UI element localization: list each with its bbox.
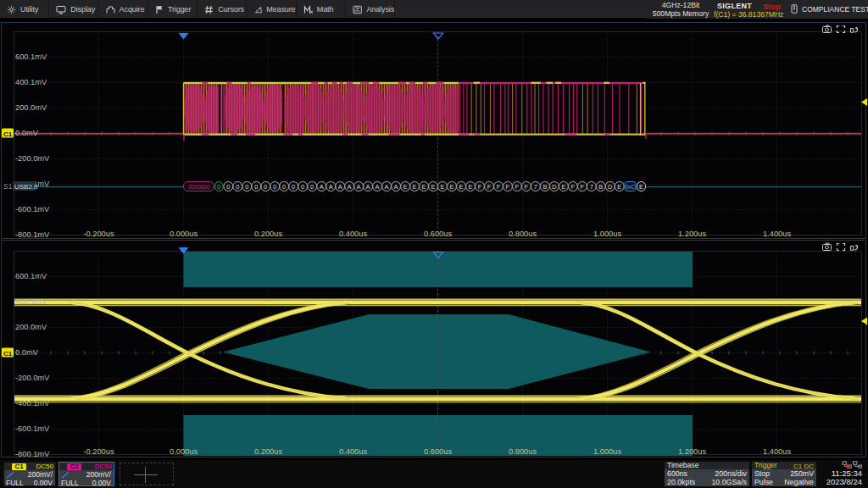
svg-text:0: 0 <box>264 183 267 191</box>
svg-text:0: 0 <box>301 183 304 191</box>
svg-text:S1: S1 <box>3 182 13 191</box>
svg-text:0: 0 <box>226 183 230 191</box>
svg-text:-200.0mV: -200.0mV <box>15 374 50 382</box>
svg-text:F: F <box>525 183 529 191</box>
svg-text:0.200us: 0.200us <box>254 230 282 238</box>
svg-text:A: A <box>394 183 398 191</box>
svg-text:F: F <box>571 183 576 191</box>
svg-text:F: F <box>581 183 585 191</box>
svg-text:0: 0 <box>254 183 258 191</box>
svg-text:C1: C1 <box>3 130 13 138</box>
svg-text:E: E <box>413 183 417 191</box>
svg-text:0.600us: 0.600us <box>424 230 452 238</box>
svg-text:1.000us: 1.000us <box>593 447 621 456</box>
svg-text:1.400us: 1.400us <box>763 230 791 238</box>
svg-text:0.600us: 0.600us <box>424 447 452 456</box>
svg-text:A: A <box>320 183 324 191</box>
svg-text:0.0mV: 0.0mV <box>15 129 39 137</box>
svg-text:0: 0 <box>292 183 295 191</box>
svg-text:400.1mV: 400.1mV <box>15 297 47 306</box>
svg-text:-0.200us: -0.200us <box>83 447 114 456</box>
svg-text:-800.1mV: -800.1mV <box>15 450 50 458</box>
svg-text:0.800us: 0.800us <box>509 230 537 238</box>
svg-text:A: A <box>329 183 333 191</box>
svg-text:-600.1mV: -600.1mV <box>15 424 50 433</box>
svg-text:1.400us: 1.400us <box>763 447 791 456</box>
svg-text:0000000: 0000000 <box>188 183 209 191</box>
svg-text:-0.200us: -0.200us <box>83 230 114 238</box>
svg-text:0: 0 <box>310 183 314 191</box>
svg-text:B: B <box>542 183 547 191</box>
svg-text:E: E <box>617 183 621 191</box>
svg-text:0.200us: 0.200us <box>254 447 282 456</box>
svg-text:0xC: 0xC <box>626 184 636 190</box>
svg-text:F: F <box>515 183 520 191</box>
svg-text:0: 0 <box>282 183 286 191</box>
svg-text:A: A <box>348 183 352 191</box>
svg-text:A: A <box>385 183 389 191</box>
svg-text:USB2.0: USB2.0 <box>14 183 38 191</box>
svg-text:E: E <box>468 183 472 191</box>
svg-text:0.400us: 0.400us <box>339 447 367 456</box>
svg-text:1.200us: 1.200us <box>678 447 706 456</box>
svg-text:200.0mV: 200.0mV <box>15 323 47 331</box>
svg-text:0: 0 <box>245 183 248 191</box>
svg-text:7: 7 <box>534 183 537 191</box>
svg-text:F: F <box>497 183 501 191</box>
svg-text:-800.1mV: -800.1mV <box>15 230 50 239</box>
svg-text:-600.1mV: -600.1mV <box>15 205 50 214</box>
svg-text:600.1mV: 600.1mV <box>15 53 47 61</box>
svg-text:7: 7 <box>590 183 593 191</box>
svg-text:E: E <box>639 183 643 191</box>
svg-text:0.800us: 0.800us <box>509 447 537 456</box>
svg-text:A: A <box>366 183 370 191</box>
svg-text:0: 0 <box>273 183 276 191</box>
svg-text:0: 0 <box>217 183 220 191</box>
svg-text:1.000us: 1.000us <box>593 230 621 238</box>
svg-text:E: E <box>440 183 444 191</box>
svg-text:600.1mV: 600.1mV <box>15 272 47 280</box>
svg-text:A: A <box>376 183 380 191</box>
svg-text:0.000us: 0.000us <box>170 230 198 238</box>
svg-text:E: E <box>403 183 408 191</box>
svg-text:-400.1mV: -400.1mV <box>15 399 50 408</box>
svg-text:D: D <box>552 183 557 191</box>
svg-text:0.000us: 0.000us <box>170 447 198 456</box>
svg-text:-200.0mV: -200.0mV <box>15 154 50 163</box>
svg-text:E: E <box>449 183 453 191</box>
svg-text:E: E <box>459 183 463 191</box>
svg-text:F: F <box>487 183 492 191</box>
svg-text:200.0mV: 200.0mV <box>15 103 47 112</box>
svg-text:0: 0 <box>236 183 239 191</box>
svg-text:0.0mV: 0.0mV <box>15 348 39 357</box>
svg-text:B: B <box>598 183 603 191</box>
svg-text:0.400us: 0.400us <box>339 230 367 238</box>
svg-text:C1: C1 <box>3 350 13 358</box>
svg-text:1.200us: 1.200us <box>678 230 706 238</box>
svg-text:E: E <box>561 183 565 191</box>
svg-text:E: E <box>431 183 435 191</box>
svg-text:D: D <box>608 183 613 191</box>
svg-text:A: A <box>338 183 342 191</box>
svg-text:400.1mV: 400.1mV <box>15 78 47 86</box>
svg-text:F: F <box>506 183 510 191</box>
svg-text:A: A <box>357 183 361 191</box>
svg-text:F: F <box>478 183 482 191</box>
svg-text:E: E <box>422 183 426 191</box>
